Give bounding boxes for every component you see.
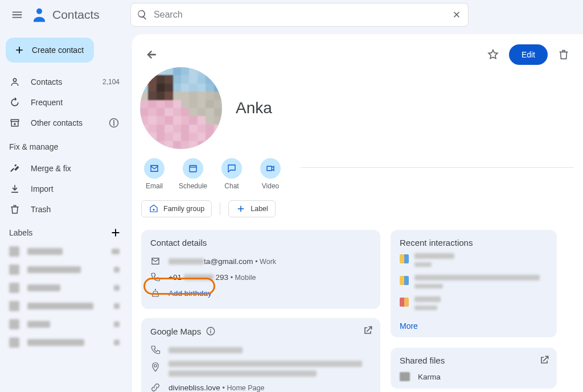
chip-label: Label (251, 205, 268, 213)
search-icon (137, 9, 148, 20)
file-icon (400, 372, 410, 381)
quick-label: Schedule (179, 182, 207, 190)
star-button[interactable] (483, 44, 503, 65)
labels-heading: Labels (9, 228, 32, 237)
link-icon (150, 382, 161, 392)
hamburger-icon (11, 9, 23, 21)
maps-phone-row[interactable] (150, 342, 371, 358)
nav-label: Merge & fix (31, 164, 71, 173)
nav-fix-manage: Merge & fix Import Trash (6, 158, 128, 220)
main-menu-button[interactable] (6, 3, 28, 26)
card-title: Recent interactions (400, 238, 548, 247)
sidebar: Create contact Contacts 2,104 Frequent O… (0, 30, 132, 392)
quick-video-button[interactable] (260, 158, 281, 179)
label-item[interactable] (6, 279, 128, 297)
app-logo[interactable]: Contacts (31, 6, 100, 23)
label-item[interactable] (6, 315, 128, 333)
cake-icon (150, 288, 161, 298)
nav-frequent[interactable]: Frequent (6, 92, 128, 113)
chat-icon (227, 163, 237, 174)
labels-list (6, 242, 128, 352)
nav-import[interactable]: Import (6, 179, 128, 199)
plus-icon (14, 44, 25, 56)
quick-label: Video (262, 182, 279, 190)
svg-point-1 (13, 79, 16, 81)
label-item[interactable] (6, 242, 128, 261)
label-item[interactable] (6, 333, 128, 352)
nav-label: Other contacts (31, 118, 83, 127)
contacts-count: 2,104 (102, 78, 120, 86)
quick-chat-button[interactable] (221, 158, 242, 179)
contacts-logo-icon (31, 6, 48, 23)
cards-row: Contact details ta@gmail.com • Work +91 … (141, 230, 574, 392)
quick-email: Email (141, 158, 167, 190)
website-value: divinebliss.love • Home Page (169, 383, 264, 392)
label-item[interactable] (6, 297, 128, 315)
redacted-value (169, 347, 243, 353)
nav-contacts[interactable]: Contacts 2,104 (6, 72, 128, 92)
chip-separator (220, 203, 220, 215)
person-icon (9, 76, 20, 88)
quick-email-button[interactable] (144, 158, 165, 179)
nav-label: Trash (31, 205, 51, 214)
info-icon[interactable] (108, 117, 120, 129)
shared-file-row[interactable]: Karma (400, 371, 548, 384)
create-contact-button[interactable]: Create contact (6, 38, 94, 63)
label-item[interactable] (6, 261, 128, 279)
open-in-new-button[interactable] (539, 354, 550, 368)
card-title: Contact details (150, 238, 371, 247)
edit-button[interactable]: Edit (509, 44, 548, 65)
labels-heading-row: Labels (6, 220, 128, 242)
info-icon[interactable] (206, 326, 216, 336)
quick-label: Email (146, 182, 163, 190)
video-icon (265, 163, 276, 174)
add-label-icon[interactable] (109, 226, 122, 239)
open-in-new-icon (539, 354, 550, 366)
contact-avatar[interactable] (140, 67, 222, 149)
nav-trash[interactable]: Trash (6, 199, 128, 220)
nav-other-contacts[interactable]: Other contacts (6, 113, 128, 133)
add-birthday-row[interactable]: Add birthday (150, 285, 371, 301)
arrow-back-icon (145, 48, 158, 61)
recent-item[interactable] (400, 296, 548, 310)
maps-website-row[interactable]: divinebliss.love • Home Page (150, 379, 371, 392)
quick-schedule-button[interactable] (183, 158, 203, 179)
phone-value: +91 293 • Mobile (169, 273, 256, 282)
shared-file-name: Karma (418, 373, 441, 381)
clear-search-icon[interactable] (451, 9, 462, 20)
location-icon (150, 362, 161, 372)
shared-files-card: Shared files Karma (391, 348, 557, 389)
email-value: ta@gmail.com • Work (169, 257, 276, 266)
quick-video: Video (257, 158, 284, 190)
trash-icon (557, 48, 570, 61)
recent-item[interactable] (400, 253, 548, 267)
star-outline-icon (487, 48, 499, 61)
nav-label: Contacts (31, 77, 62, 86)
chip-label: Family group (163, 205, 204, 213)
detail-email-row[interactable]: ta@gmail.com • Work (150, 253, 371, 269)
delete-button[interactable] (553, 44, 574, 65)
back-button[interactable] (141, 44, 162, 65)
google-maps-card: Google Maps divinebliss. (141, 318, 380, 392)
redacted-address (169, 361, 362, 377)
recent-interactions-card: Recent interactions More (391, 230, 557, 337)
chip-row: Family group Label (141, 200, 574, 217)
family-group-chip[interactable]: Family group (141, 200, 212, 217)
doc-icon (400, 254, 409, 263)
recent-more-link[interactable]: More (400, 321, 418, 331)
add-label-chip[interactable]: Label (228, 200, 276, 217)
quick-schedule: Schedule (180, 158, 206, 190)
search-input[interactable] (154, 10, 445, 20)
add-birthday-link[interactable]: Add birthday (169, 289, 212, 298)
svg-point-0 (36, 9, 42, 14)
recent-item[interactable] (400, 275, 548, 288)
nav-merge-fix[interactable]: Merge & fix (6, 158, 128, 179)
search-box[interactable] (130, 3, 469, 27)
phone-icon (150, 345, 161, 355)
detail-phone-row[interactable]: +91 293 • Mobile (150, 269, 371, 285)
card-title: Shared files (400, 356, 548, 365)
doc-icon (400, 298, 409, 307)
divider (301, 167, 574, 168)
open-in-new-button[interactable] (362, 325, 373, 338)
maps-address-row[interactable] (150, 358, 371, 379)
